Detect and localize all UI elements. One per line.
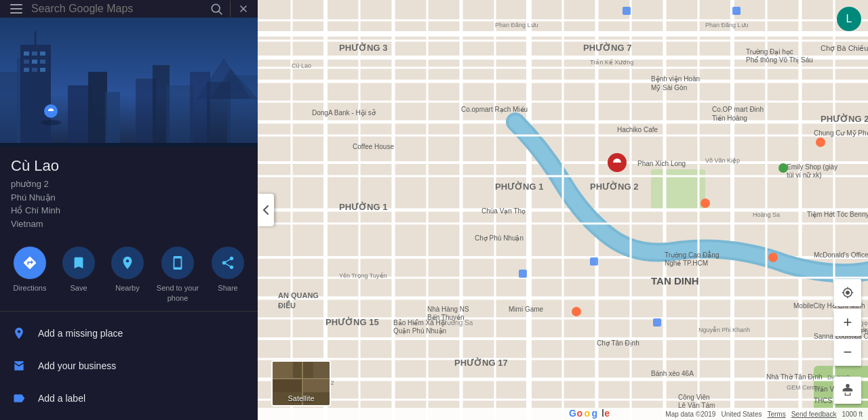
satellite-label: Satellite <box>273 394 330 402</box>
map-feedback[interactable]: Send feedback <box>791 411 837 418</box>
send-phone-button[interactable]: Send to your phone <box>156 247 199 303</box>
map-controls: + − <box>834 279 861 366</box>
svg-text:Nhà Thờ Tân Định: Nhà Thờ Tân Định <box>766 373 823 381</box>
svg-text:PHƯỜNG 15: PHƯỜNG 15 <box>326 316 379 327</box>
left-panel: Cù Lao phường 2 Phú Nhuận Hồ Chí Minh Vi… <box>0 0 258 420</box>
add-missing-text: Add a missing place <box>38 328 123 339</box>
directions-label: Directions <box>14 283 47 293</box>
svg-text:Nghề TP.HCM: Nghề TP.HCM <box>665 259 708 267</box>
svg-text:Trường Cao Đẳng: Trường Cao Đẳng <box>665 251 719 259</box>
svg-text:túi ví nữ xk): túi ví nữ xk) <box>787 171 822 179</box>
svg-rect-145 <box>590 257 598 266</box>
svg-text:Bánh xèo 46A: Bánh xèo 46A <box>651 370 694 377</box>
google-logo-o1: o <box>576 408 583 419</box>
svg-rect-143 <box>732 7 741 15</box>
svg-rect-1 <box>10 8 22 9</box>
svg-rect-18 <box>24 68 29 72</box>
send-phone-icon-circle <box>161 247 194 279</box>
svg-text:Emily Shop (giày: Emily Shop (giày <box>787 163 837 171</box>
svg-rect-19 <box>32 68 37 72</box>
svg-text:Co.OP mart Đinh: Co.OP mart Đinh <box>712 106 764 113</box>
search-icon[interactable] <box>210 2 223 16</box>
svg-rect-31 <box>166 85 193 146</box>
svg-text:PHƯỜNG 17: PHƯỜNG 17 <box>454 357 508 368</box>
location-button[interactable] <box>834 279 861 306</box>
svg-rect-12 <box>24 51 29 56</box>
svg-text:Phan Đăng Lưu: Phan Đăng Lưu <box>705 22 749 28</box>
svg-rect-15 <box>24 60 29 64</box>
add-missing-place-item[interactable]: Add a missing place <box>0 317 258 350</box>
location-name: Cù Lao <box>11 157 247 175</box>
google-logo-o2: o <box>584 408 590 419</box>
map-region: United States <box>721 411 762 418</box>
search-input[interactable] <box>31 3 203 15</box>
map-terms[interactable]: Terms <box>767 411 785 418</box>
svg-text:Mỹ Sài Gòn: Mỹ Sài Gòn <box>651 84 687 91</box>
collapse-panel-button[interactable] <box>258 194 274 226</box>
svg-text:PHƯỜNG 1: PHƯỜNG 1 <box>495 181 543 192</box>
svg-rect-160 <box>273 379 302 392</box>
svg-rect-27 <box>88 72 107 146</box>
close-icon[interactable] <box>237 3 250 15</box>
svg-text:PHƯỜNG 3: PHƯỜNG 3 <box>339 42 387 53</box>
save-label: Save <box>70 283 87 293</box>
svg-rect-16 <box>32 60 37 64</box>
street-view-button[interactable] <box>834 377 861 404</box>
svg-rect-157 <box>273 362 293 379</box>
zoom-in-button[interactable]: + <box>834 309 861 336</box>
svg-text:Bến Thuyền: Bến Thuyền <box>427 314 465 321</box>
share-button[interactable]: Share <box>208 247 248 303</box>
svg-text:Phan Đăng Lưu: Phan Đăng Lưu <box>495 22 538 28</box>
add-business-text: Add your business <box>38 360 116 371</box>
svg-text:Nguyễn Phi Khanh: Nguyễn Phi Khanh <box>698 327 750 333</box>
map-area[interactable]: PHƯỜNG 3 PHƯỜNG 7 PHƯỜNG 2 PHƯỜNG 1 PHƯỜ… <box>258 0 868 420</box>
svg-text:Chợ Bà Chiều: Chợ Bà Chiều <box>821 44 868 53</box>
svg-text:Phan Xích Long: Phan Xích Long <box>637 160 686 167</box>
search-divider <box>230 1 231 17</box>
svg-point-150 <box>572 307 581 316</box>
location-info: Cù Lao phường 2 Phú Nhuận Hồ Chí Minh Vi… <box>0 146 258 236</box>
svg-text:Coffee House: Coffee House <box>353 143 394 150</box>
svg-point-154 <box>778 163 788 173</box>
svg-text:PHƯỜNG 2: PHƯỜNG 2 <box>590 181 638 192</box>
svg-rect-37 <box>0 143 258 146</box>
svg-rect-20 <box>40 68 45 72</box>
map-copyright: Map data ©2019 <box>665 411 715 418</box>
svg-text:Co.opmart Rạch Miều: Co.opmart Rạch Miều <box>461 106 528 113</box>
svg-text:Chung Cư Mỹ Phước: Chung Cư Mỹ Phước <box>814 129 868 137</box>
user-avatar[interactable]: L <box>837 7 861 31</box>
nearby-label: Nearby <box>115 283 139 293</box>
svg-point-149 <box>768 253 778 262</box>
svg-text:ĐIỀU: ĐIỀU <box>278 300 296 310</box>
nearby-button[interactable]: Nearby <box>107 247 148 303</box>
svg-rect-17 <box>40 60 45 64</box>
add-label-item[interactable]: Add a label <box>0 382 258 415</box>
search-bar <box>0 0 258 18</box>
save-button[interactable]: Save <box>58 247 99 303</box>
svg-text:Công Viên: Công Viên <box>678 394 710 401</box>
svg-line-4 <box>219 12 222 15</box>
svg-point-22 <box>41 120 61 125</box>
svg-text:Chùa Vạn Thọ: Chùa Vạn Thọ <box>481 207 526 215</box>
svg-rect-13 <box>32 51 37 56</box>
map-bottom-bar: Map data ©2019 United States Terms Send … <box>258 408 868 420</box>
add-label-icon <box>11 390 27 406</box>
svg-rect-2 <box>10 12 22 14</box>
menu-items: Add a missing place Add your business Ad… <box>0 312 258 420</box>
satellite-thumbnail[interactable]: Satellite <box>271 360 331 406</box>
zoom-out-button[interactable]: − <box>834 339 861 366</box>
google-logo-g: G <box>569 408 576 419</box>
add-business-item[interactable]: Add your business <box>0 350 258 382</box>
nearby-icon-circle <box>111 247 144 279</box>
svg-text:PHƯỜNG 7: PHƯỜNG 7 <box>583 42 631 53</box>
menu-icon[interactable] <box>8 4 24 14</box>
svg-text:DongA Bank - Hội sở: DongA Bank - Hội sở <box>312 109 376 117</box>
city-illustration <box>0 18 258 146</box>
svg-rect-147 <box>519 270 527 278</box>
svg-point-3 <box>212 5 220 13</box>
directions-button[interactable]: Directions <box>9 247 50 303</box>
svg-text:Mimi Game: Mimi Game <box>509 306 544 313</box>
svg-point-148 <box>701 198 710 208</box>
google-logo-e: e <box>604 408 610 419</box>
svg-text:Quận Phú Nhuận: Quận Phú Nhuận <box>393 327 446 335</box>
